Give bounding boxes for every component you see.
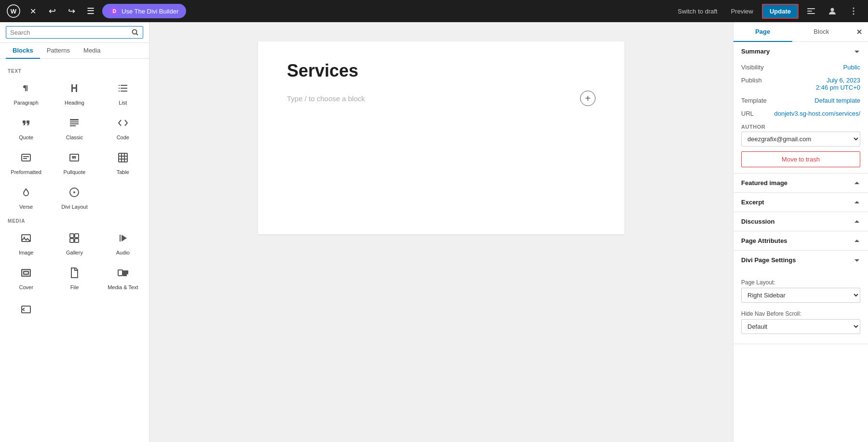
topbar: W ✕ ↩ ↪ ☰ D Use The Divi Builder Switch …: [0, 0, 868, 22]
panel-discussion-header[interactable]: Discussion: [733, 212, 868, 231]
block-embed[interactable]: [2, 297, 50, 326]
search-icon-button[interactable]: [131, 28, 139, 36]
panel-featured-image-header[interactable]: Featured image: [733, 174, 868, 192]
svg-text:W: W: [11, 8, 17, 15]
block-classic[interactable]: Classic: [50, 110, 98, 145]
panel-excerpt-header[interactable]: Excerpt: [733, 193, 868, 212]
block-audio[interactable]: ♪ Audio: [99, 226, 147, 260]
svg-rect-37: [75, 239, 79, 242]
block-quote[interactable]: Quote: [2, 110, 50, 145]
block-paragraph[interactable]: Paragraph: [2, 76, 50, 110]
block-pullquote[interactable]: Pullquote: [50, 145, 98, 180]
divi-settings-body: Page Layout: Right Sidebar Left Sidebar …: [733, 269, 868, 344]
heading-icon: [68, 82, 80, 96]
undo-button[interactable]: ↩: [44, 3, 60, 19]
block-table[interactable]: Table: [99, 145, 147, 180]
svg-rect-43: [123, 271, 128, 272]
sidebar-tabs: Blocks Patterns Media: [0, 43, 149, 59]
verse-icon: [20, 187, 32, 200]
page-title-input[interactable]: [287, 61, 596, 81]
svg-rect-34: [70, 234, 74, 238]
summary-panel-toggle[interactable]: [854, 48, 860, 55]
svg-rect-17: [70, 119, 79, 121]
svg-point-31: [74, 192, 75, 193]
search-input[interactable]: [10, 29, 128, 36]
preview-button[interactable]: Preview: [726, 5, 758, 18]
more-options-button[interactable]: [845, 2, 862, 20]
close-sidebar-button[interactable]: [851, 23, 868, 40]
block-code[interactable]: Code: [99, 110, 147, 145]
editor-body: Type / to choose a block +: [287, 91, 596, 106]
svg-rect-4: [807, 13, 815, 14]
excerpt-panel-toggle[interactable]: [854, 199, 860, 206]
update-button[interactable]: Update: [762, 4, 799, 19]
block-table-label: Table: [117, 169, 129, 175]
move-trash-button[interactable]: Move to trash: [741, 151, 860, 167]
search-bar: [0, 22, 149, 43]
visibility-row: Visibility Public: [741, 61, 860, 74]
block-gallery[interactable]: Gallery: [50, 226, 98, 260]
classic-icon: [68, 117, 80, 131]
rtab-page[interactable]: Page: [733, 22, 792, 42]
svg-rect-11: [119, 85, 120, 86]
svg-rect-25: [119, 153, 127, 162]
url-label: URL: [741, 110, 754, 117]
tab-media[interactable]: Media: [77, 43, 107, 59]
placeholder-text[interactable]: Type / to choose a block: [287, 94, 580, 103]
block-heading-label: Heading: [65, 100, 84, 106]
switch-draft-button[interactable]: Switch to draft: [673, 5, 722, 18]
block-heading[interactable]: Heading: [50, 76, 98, 110]
pullquote-icon: [68, 152, 80, 165]
divi-settings-panel-toggle[interactable]: [854, 257, 860, 264]
block-pullquote-label: Pullquote: [64, 169, 86, 175]
panel-divi-settings: Divi Page Settings Page Layout: Right Si…: [733, 251, 868, 344]
block-list-label: List: [119, 100, 127, 106]
paragraph-icon: [20, 82, 32, 96]
user-icon-button[interactable]: [824, 2, 841, 20]
page-attributes-panel-toggle[interactable]: [854, 238, 860, 244]
right-sidebar-content: Summary Visibility Public Publish July 6…: [733, 42, 868, 442]
image-icon: [20, 232, 32, 246]
text-blocks-grid: Paragraph Heading List: [0, 76, 149, 214]
publish-value[interactable]: July 6, 2023 2:46 pm UTC+0: [816, 77, 860, 91]
author-select[interactable]: deezgrafix@gmail.com: [741, 132, 860, 147]
editor-content: Type / to choose a block +: [258, 41, 624, 234]
page-attributes-panel-title: Page Attributes: [741, 237, 787, 244]
block-media-text[interactable]: Media & Text: [99, 260, 147, 295]
template-value[interactable]: Default template: [814, 97, 860, 104]
svg-rect-13: [119, 88, 120, 89]
block-verse-label: Verse: [19, 204, 33, 210]
block-cover[interactable]: Cover: [2, 260, 50, 295]
block-file[interactable]: File: [50, 260, 98, 295]
add-block-button[interactable]: +: [580, 91, 596, 106]
featured-image-panel-toggle[interactable]: [854, 180, 860, 187]
visibility-value[interactable]: Public: [843, 64, 860, 71]
url-value[interactable]: donjetv3.sg-host.com/services/: [774, 110, 860, 117]
svg-point-5: [831, 8, 834, 12]
discussion-panel-toggle[interactable]: [854, 218, 860, 225]
block-image[interactable]: Image: [2, 226, 50, 260]
tab-patterns[interactable]: Patterns: [40, 43, 77, 59]
right-sidebar: Page Block Summary Visibility Public: [733, 22, 868, 442]
main-area: Blocks Patterns Media TEXT Paragraph Hea…: [0, 22, 868, 442]
rtab-block[interactable]: Block: [792, 22, 851, 42]
panel-divi-settings-header[interactable]: Divi Page Settings: [733, 251, 868, 269]
tab-blocks[interactable]: Blocks: [6, 43, 40, 59]
close-button[interactable]: ✕: [25, 3, 41, 19]
list-view-button[interactable]: ☰: [83, 3, 98, 19]
block-preformatted[interactable]: Preformatted: [2, 145, 50, 180]
divi-builder-button[interactable]: D Use The Divi Builder: [102, 4, 186, 18]
svg-rect-44: [123, 273, 128, 274]
hide-nav-select[interactable]: Default Yes No: [741, 319, 860, 334]
block-divi-layout[interactable]: Divi Layout: [50, 180, 98, 214]
panel-page-attributes-header[interactable]: Page Attributes: [733, 231, 868, 250]
left-sidebar: Blocks Patterns Media TEXT Paragraph Hea…: [0, 22, 149, 442]
block-list[interactable]: List: [99, 76, 147, 110]
redo-button[interactable]: ↪: [64, 3, 79, 19]
editor-settings-button[interactable]: [802, 2, 820, 20]
block-verse[interactable]: Verse: [2, 180, 50, 214]
page-layout-select[interactable]: Right Sidebar Left Sidebar Full Width No…: [741, 288, 860, 303]
block-preformatted-label: Preformatted: [11, 169, 41, 175]
block-media-text-label: Media & Text: [108, 284, 138, 290]
panel-summary-header[interactable]: Summary: [733, 42, 868, 61]
